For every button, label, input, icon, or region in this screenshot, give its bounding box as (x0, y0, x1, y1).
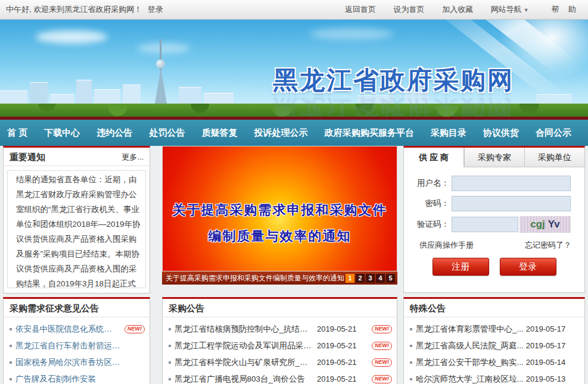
list-item: 黑龙江省高级人民法院_两庭... 2019-05-17 (409, 338, 580, 354)
login-button[interactable]: 登录 (500, 258, 556, 276)
supplier-manual-link[interactable]: 供应商操作手册 (419, 240, 474, 251)
nav-item-service-platform[interactable]: 政府采购购买服务平台 (325, 127, 414, 139)
procurement-announcements-panel: 采购公告 黑龙江省结核病预防控制中心_抗结核病药品... 2019-05-21 … (162, 297, 397, 384)
announcement-date: 2019-05-17 (526, 321, 566, 338)
announcement-link[interactable]: 广告牌及石刻制作安装 (15, 371, 96, 384)
pager-dot-1[interactable]: 1 (346, 274, 354, 283)
nav-item-query-replies[interactable]: 质疑答复 (201, 127, 237, 139)
announcement-link[interactable]: 黑龙江省高级人民法院_两庭... (416, 338, 524, 354)
list-item: 依安县中医院信息化系统（二期... NEW! (8, 321, 145, 338)
announcement-link[interactable]: 黑龙江省自行车射击射箭运动管... (15, 338, 126, 354)
nav-item-download-center[interactable]: 下载中心 (44, 127, 80, 139)
page-title: 黑龙江省政府采购网 (273, 64, 514, 97)
bullet-icon (169, 328, 171, 330)
login-tabs: 供 应 商 采购专家 采购单位 (404, 148, 584, 167)
return-home-link[interactable]: 返回首页 (345, 5, 376, 14)
notice-marquee: 结果的通知省直各单位：近期，由黑龙江省财政厅政府采购管理办公室组织的“黑龙江省行… (7, 170, 146, 288)
announcement-link[interactable]: 黑龙江省公安干部学校_购实... (416, 354, 524, 371)
register-button[interactable]: 注册 (433, 258, 489, 276)
list-item: 黑龙江省广播电视局803台_询价公告 2019-05-21 NEW! (167, 371, 392, 384)
list-item: 黑龙江省结核病预防控制中心_抗结核病药品... 2019-05-21 NEW! (167, 321, 392, 338)
bullet-icon (410, 328, 412, 330)
list-item: 广告牌及石刻制作安装 (8, 371, 145, 384)
greeting-text: 中午好, 欢迎来到黑龙江省政府采购网！ (6, 5, 142, 14)
bullet-icon (169, 378, 171, 380)
pager-dot-3[interactable]: 3 (366, 274, 375, 283)
topbar-links: 返回首页 设为首页 加入收藏 网站导航▼ 帮 助 (329, 4, 580, 15)
username-field[interactable] (452, 176, 571, 191)
demand-panel-title: 采购需求征求意见公告 (10, 299, 99, 317)
help-link[interactable]: 帮 助 (551, 5, 580, 14)
announcement-link[interactable]: 黑龙江省结核病预防控制中心_抗结核病药品... (175, 321, 313, 338)
special-panel-title: 特殊公告 (410, 299, 446, 317)
pager-dot-4[interactable]: 4 (376, 274, 385, 283)
tab-supplier[interactable]: 供 应 商 (404, 148, 464, 167)
new-badge: NEW! (372, 358, 392, 367)
nav-item-complaint-handling[interactable]: 投诉处理公示 (254, 127, 308, 139)
nav-item-breach-announcements[interactable]: 违约公告 (97, 127, 132, 139)
username-label: 用户名： (411, 178, 449, 189)
captcha-text: Yv (548, 218, 560, 230)
captcha-label: 验证码： (411, 219, 449, 230)
nav-item-procurement-catalog[interactable]: 采购目录 (431, 127, 466, 139)
bullet-icon (410, 345, 412, 347)
special-announcements-panel: 特殊公告 黑龙江省体育彩票管理中心_... 2019-05-17 黑龙江省高级人… (403, 297, 585, 384)
new-badge: NEW! (372, 325, 392, 333)
nav-item-agreement-supply[interactable]: 协议供货 (483, 127, 519, 139)
bullet-icon (10, 361, 12, 364)
list-item: 黑龙江工程学院运动会及军训用品采购项目竞... 2019-05-21 NEW! (167, 338, 392, 354)
nav-item-contract-publicity[interactable]: 合同公示 (536, 127, 571, 139)
list-item: 黑龙江省自行车射击射箭运动管... (8, 338, 145, 354)
login-form: 用户名： 密码： 验证码： cgj Yv 供应商操作手册 忘记密码了？ 注册 (404, 167, 584, 276)
carousel-caption-bar: 关于提高采购需求申报和采购文件编制质量与效率的通知 1 2 3 4 5 (162, 271, 397, 285)
new-badge: NEW! (125, 325, 145, 333)
pager-dot-2[interactable]: 2 (356, 274, 365, 283)
more-link[interactable]: 更多... (122, 148, 144, 166)
site-nav-menu[interactable]: 网站导航▼ (491, 5, 529, 14)
carousel-pager: 1 2 3 4 5 (346, 274, 395, 283)
main-navigation: 首 页 下载中心 违约公告 处罚公告 质疑答复 投诉处理公示 政府采购购买服务平… (0, 120, 588, 146)
content-area: 重要通知 更多... 结果的通知省直各单位：近期，由黑龙江省财政厅政府采购管理办… (0, 146, 588, 383)
announcement-link[interactable]: 黑龙江省科学院火山与矿泉研究所_微电泳仪... (175, 354, 313, 371)
cloud-decoration (36, 30, 107, 43)
announcement-link[interactable]: 黑龙江省体育彩票管理中心_... (416, 321, 524, 338)
chevron-down-icon: ▼ (524, 7, 529, 13)
list-item: 黑龙江省公安干部学校_购实... 2019-05-14 (409, 354, 580, 371)
list-item: 黑龙江省科学院火山与矿泉研究所_微电泳仪... 2019-05-21 NEW! (167, 354, 392, 371)
new-badge: NEW! (372, 375, 392, 383)
bullet-icon (10, 345, 12, 347)
announcement-link[interactable]: 国家税务局哈尔滨市香坊区税务... (15, 354, 126, 371)
procurement-panel-title: 采购公告 (169, 299, 204, 317)
announcement-date: 2019-05-14 (526, 354, 566, 371)
tab-procurement-expert[interactable]: 采购专家 (464, 148, 524, 167)
carousel-caption-link[interactable]: 关于提高采购需求申报和采购文件编制质量与效率的通知 (166, 273, 346, 283)
important-notice-panel: 重要通知 更多... 结果的通知省直各单位：近期，由黑龙江省财政厅政府采购管理办… (3, 146, 150, 294)
cloud-decoration (310, 28, 393, 40)
captcha-image[interactable]: cgj Yv (519, 216, 571, 233)
set-homepage-link[interactable]: 设为首页 (394, 5, 425, 14)
tv-tower-illustration (148, 39, 174, 111)
carousel-slide[interactable]: 关于提高采购需求申报和采购文件编制质量与效率的通知 (162, 146, 397, 271)
tab-procurement-unit[interactable]: 采购单位 (524, 148, 584, 167)
bullet-icon (410, 361, 412, 364)
pager-dot-5[interactable]: 5 (386, 274, 395, 283)
nav-item-home[interactable]: 首 页 (7, 127, 27, 139)
list-item: 国家税务局哈尔滨市香坊区税务... (8, 354, 145, 371)
list-item: 黑龙江省体育彩票管理中心_... 2019-05-17 (409, 321, 580, 338)
announcement-date: 2019-05-21 (317, 371, 363, 384)
password-field[interactable] (452, 196, 571, 211)
notice-paragraph: 结果的通知省直各单位：近期，由黑龙江省财政厅政府采购管理办公室组织的“黑龙江省行… (10, 172, 144, 288)
captcha-field[interactable] (452, 217, 518, 232)
announcement-link[interactable]: 哈尔滨师范大学_江南校区垃... (416, 371, 524, 384)
add-favorite-link[interactable]: 加入收藏 (442, 5, 473, 14)
login-link[interactable]: 登录 (148, 5, 163, 14)
greeting-area: 中午好, 欢迎来到黑龙江省政府采购网！ 登录 (6, 4, 163, 15)
nav-item-penalty-announcements[interactable]: 处罚公告 (149, 127, 185, 139)
captcha-text: cgj (530, 218, 545, 230)
forgot-password-link[interactable]: 忘记密码了？ (525, 240, 571, 251)
announcement-link[interactable]: 依安县中医院信息化系统（二期... (15, 321, 120, 338)
announcement-date: 2019-05-21 (317, 354, 363, 371)
announcement-link[interactable]: 黑龙江工程学院运动会及军训用品采购项目竞... (175, 338, 313, 354)
login-panel: 供 应 商 采购专家 采购单位 用户名： 密码： 验证码： cgj Yv (403, 146, 585, 293)
announcement-link[interactable]: 黑龙江省广播电视局803台_询价公告 (175, 371, 313, 384)
